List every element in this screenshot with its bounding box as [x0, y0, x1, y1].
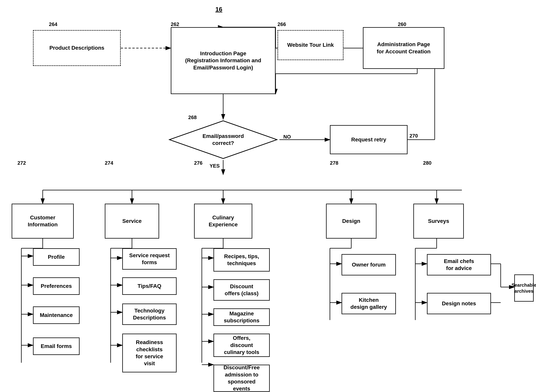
- culinary-exp-box: CulinaryExperience: [194, 204, 252, 238]
- intro-page-box: Introduction Page(Registration Informati…: [171, 27, 276, 94]
- profile-label: Profile: [48, 253, 65, 261]
- ref-262: 262: [171, 21, 179, 27]
- website-tour-label: Website Tour Link: [287, 42, 334, 48]
- email-forms-label: Email forms: [41, 343, 72, 350]
- tech-desc-box: TechnologyDescriptions: [122, 303, 177, 325]
- design-box: Design: [326, 204, 376, 238]
- ref-278: 278: [330, 160, 338, 166]
- preferences-box: Preferences: [33, 277, 80, 295]
- email-chefs-label: Email chefsfor advice: [444, 258, 474, 272]
- recipes-label: Recipes, tips,techniques: [224, 253, 259, 267]
- surveys-label: Surveys: [428, 218, 449, 225]
- website-tour-box: Website Tour Link: [277, 30, 343, 60]
- surveys-box: Surveys: [413, 204, 464, 238]
- email-forms-box: Email forms: [33, 337, 80, 355]
- no-label: NO: [283, 134, 291, 140]
- tips-faq-label: Tips/FAQ: [138, 283, 161, 289]
- tips-faq-box: Tips/FAQ: [122, 277, 177, 295]
- product-descriptions-label: Product Descriptions: [49, 44, 104, 51]
- kitchen-design-box: Kitchendesign gallery: [342, 293, 396, 314]
- design-label: Design: [342, 218, 360, 225]
- magazine-label: Magazinesubscriptions: [224, 310, 259, 324]
- discount-free-label: Discount/Freeadmission tosponsoredevents: [224, 364, 260, 392]
- admin-page-label: Administration Pagefor Account Creation: [377, 41, 430, 55]
- ref-280: 280: [423, 160, 431, 166]
- discount-offers-box: Discountoffers (class): [213, 279, 270, 301]
- culinary-exp-label: CulinaryExperience: [209, 214, 238, 228]
- offers-discount-label: Offers,discountculinary tools: [224, 335, 259, 356]
- maintenance-label: Maintenance: [40, 312, 73, 319]
- ref-274: 274: [105, 160, 113, 166]
- service-request-label: Service request forms: [124, 252, 174, 266]
- magazine-box: Magazinesubscriptions: [213, 308, 270, 326]
- request-retry-box: Request retry: [330, 125, 408, 154]
- owner-forum-label: Owner forum: [352, 261, 386, 268]
- service-label: Service: [122, 218, 142, 225]
- product-descriptions-box: Product Descriptions: [33, 30, 121, 66]
- customer-info-label: CustomerInformation: [28, 214, 58, 228]
- tech-desc-label: TechnologyDescriptions: [133, 307, 166, 321]
- searchable-archives-label: Searchablearchives: [512, 282, 536, 294]
- maintenance-box: Maintenance: [33, 307, 80, 324]
- customer-info-box: CustomerInformation: [12, 204, 74, 238]
- design-notes-label: Design notes: [442, 300, 476, 307]
- discount-offers-label: Discountoffers (class): [225, 283, 259, 297]
- offers-discount-box: Offers,discountculinary tools: [213, 334, 270, 357]
- profile-box: Profile: [33, 248, 80, 266]
- request-retry-label: Request retry: [351, 136, 386, 143]
- yes-label: YES: [210, 163, 220, 169]
- ref-270: 270: [409, 133, 418, 139]
- intro-page-label: Introduction Page(Registration Informati…: [185, 50, 261, 71]
- recipes-box: Recipes, tips,techniques: [213, 248, 270, 271]
- service-box: Service: [105, 204, 159, 238]
- ref-264: 264: [49, 21, 57, 27]
- discount-free-box: Discount/Freeadmission tosponsoredevents: [213, 365, 270, 392]
- owner-forum-box: Owner forum: [342, 254, 396, 275]
- readiness-label: Readinesschecklistsfor servicevisit: [136, 339, 163, 367]
- ref-272: 272: [18, 160, 26, 166]
- ref-266: 266: [277, 21, 286, 27]
- admin-page-box: Administration Pagefor Account Creation: [363, 27, 444, 69]
- service-request-box: Service request forms: [122, 248, 177, 270]
- email-correct-label: Email/passwordcorrect?: [202, 133, 244, 147]
- design-notes-box: Design notes: [427, 293, 491, 314]
- email-chefs-box: Email chefsfor advice: [427, 254, 491, 275]
- email-correct-diamond: Email/passwordcorrect?: [167, 118, 279, 161]
- diagram: 16 264 262 266 260 268 270 272 274 276 2…: [0, 0, 536, 392]
- readiness-box: Readinesschecklistsfor servicevisit: [122, 334, 177, 372]
- figure-label: 16: [215, 6, 222, 13]
- ref-260: 260: [398, 21, 406, 27]
- kitchen-design-label: Kitchendesign gallery: [350, 297, 387, 311]
- searchable-archives-box: Searchablearchives: [514, 275, 534, 302]
- preferences-label: Preferences: [41, 283, 72, 289]
